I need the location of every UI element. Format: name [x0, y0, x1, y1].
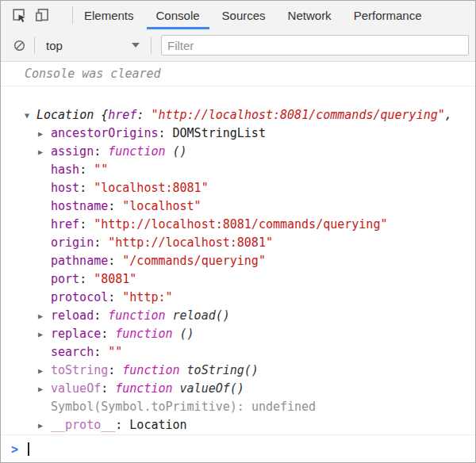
- separator: :: [79, 217, 94, 232]
- disclosure-triangle-icon[interactable]: ▶: [38, 307, 49, 325]
- property-name: origin: [51, 235, 94, 250]
- property-name: port: [51, 272, 79, 286]
- preview-property-name: href: [108, 108, 136, 122]
- prompt-chevron-icon: >: [11, 442, 18, 457]
- disclosure-triangle-icon[interactable]: ▶: [38, 416, 49, 434]
- property-value: "http://localhost:8081": [108, 235, 273, 250]
- device-toolbar-icon[interactable]: [32, 5, 52, 25]
- property-name: valueOf: [51, 381, 101, 396]
- property-name: host: [51, 181, 79, 195]
- tab-console[interactable]: Console: [145, 1, 211, 29]
- property-value: "/commands/querying": [122, 254, 266, 268]
- property-value: undefined: [251, 400, 316, 414]
- dropdown-caret-icon: [132, 43, 140, 48]
- property-name: assign: [51, 144, 94, 159]
- execution-context-selector[interactable]: top: [41, 36, 144, 55]
- property-name: search: [51, 345, 94, 359]
- toolbar-separator: [34, 36, 35, 54]
- function-keyword: function: [122, 363, 186, 377]
- object-preview-row: ▼Location {href: "http://localhost:8081/…: [1, 106, 475, 124]
- tab-label: Elements: [84, 9, 134, 22]
- disclosure-triangle-expanded-icon[interactable]: ▼: [25, 106, 36, 124]
- property-row: pathname: "/commands/querying": [1, 252, 475, 270]
- toolbar-separator: [151, 36, 152, 54]
- separator: :: [101, 327, 115, 341]
- property-row: ▶valueOf: function valueOf(): [1, 380, 475, 398]
- context-label: top: [46, 39, 63, 52]
- property-name: Symbol(Symbol.toPrimitive): [51, 400, 237, 414]
- disclosure-triangle-icon[interactable]: ▶: [38, 362, 49, 380]
- function-signature: reload(): [173, 308, 230, 323]
- property-row: ▶replace: function (): [1, 325, 475, 343]
- disclosure-triangle-icon[interactable]: ▶: [38, 143, 49, 161]
- separator: :: [79, 163, 94, 177]
- function-keyword: function: [115, 381, 179, 396]
- preview-property-value: "http://localhost:8081/commands/querying…: [152, 108, 445, 122]
- tab-sources[interactable]: Sources: [211, 1, 277, 29]
- property-value: "localhost": [122, 199, 201, 213]
- separator: :: [94, 345, 108, 359]
- separator: :: [108, 199, 122, 213]
- separator: :: [237, 400, 251, 414]
- function-keyword: function: [115, 327, 179, 341]
- property-name: protocol: [51, 290, 108, 304]
- property-value: "8081": [94, 272, 136, 286]
- property-name: href: [51, 217, 79, 232]
- property-name: reload: [51, 308, 94, 323]
- disclosure-triangle-icon[interactable]: ▶: [38, 325, 49, 343]
- separator: :: [79, 272, 94, 286]
- inspect-element-icon[interactable]: [9, 5, 29, 25]
- function-signature: (): [180, 327, 194, 341]
- property-row: ▶toString: function toString(): [1, 362, 475, 380]
- console-prompt[interactable]: >: [1, 434, 475, 463]
- separator: :: [108, 290, 122, 304]
- property-name: hash: [51, 163, 79, 177]
- text-cursor: [28, 442, 29, 456]
- clear-console-icon[interactable]: [10, 36, 28, 54]
- separator: :: [79, 181, 94, 195]
- tab-label: Sources: [222, 9, 266, 22]
- property-value: "http:": [122, 290, 172, 304]
- separator: :: [108, 363, 122, 377]
- property-row: ▶reload: function reload(): [1, 307, 475, 325]
- object-class-name: Location {: [36, 108, 108, 122]
- property-value: "": [94, 163, 108, 177]
- tab-network[interactable]: Network: [277, 1, 343, 29]
- property-row: origin: "http://localhost:8081": [1, 234, 475, 252]
- property-row: hostname: "localhost": [1, 197, 475, 216]
- function-signature: toString(): [187, 363, 259, 377]
- separator: :: [94, 144, 108, 159]
- tab-performance[interactable]: Performance: [343, 1, 433, 29]
- disclosure-triangle-icon[interactable]: ▶: [38, 380, 49, 398]
- property-name: ancestorOrigins: [51, 126, 158, 140]
- property-row: hash: "": [1, 161, 475, 179]
- tab-label: Network: [288, 9, 332, 22]
- property-value: DOMStringList: [173, 126, 266, 140]
- object-properties: ▶ancestorOrigins: DOMStringList▶assign: …: [1, 124, 475, 434]
- tab-label: Console: [156, 9, 200, 22]
- function-signature: valueOf(): [180, 381, 244, 396]
- separator: :: [94, 308, 108, 323]
- property-value: Location: [129, 418, 186, 432]
- separator: :: [115, 418, 129, 432]
- property-value: "": [108, 345, 122, 359]
- property-value: "localhost:8081": [94, 181, 209, 195]
- function-keyword: function: [108, 308, 172, 323]
- property-row: port: "8081": [1, 270, 475, 289]
- property-row: ▶ancestorOrigins: DOMStringList: [1, 124, 475, 143]
- tab-label: Performance: [354, 9, 422, 22]
- function-keyword: function: [108, 144, 172, 159]
- property-row: ▶assign: function (): [1, 143, 475, 161]
- disclosure-triangle-icon[interactable]: ▶: [38, 124, 49, 143]
- separator: :: [101, 381, 115, 396]
- property-row: search: "": [1, 343, 475, 362]
- separator: :: [158, 126, 172, 140]
- property-row: host: "localhost:8081": [1, 179, 475, 197]
- console-toolbar: top: [1, 29, 475, 62]
- property-name: hostname: [51, 199, 108, 213]
- property-name: __proto__: [51, 418, 115, 432]
- console-log-object: ▼Location {href: "http://localhost:8081/…: [1, 106, 475, 434]
- function-signature: (): [173, 144, 187, 159]
- tab-elements[interactable]: Elements: [73, 1, 145, 29]
- filter-input[interactable]: [161, 35, 469, 55]
